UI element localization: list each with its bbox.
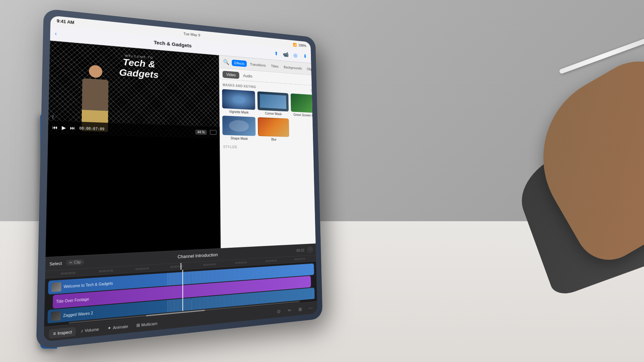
skip-back-button[interactable]: ⏮	[52, 124, 58, 130]
play-button[interactable]: ▶	[62, 125, 66, 131]
volume-tab[interactable]: ♪ Volume	[77, 324, 103, 336]
volume-label: Volume	[85, 327, 99, 333]
camera-icon[interactable]: 📹	[283, 51, 288, 58]
battery-text: 100%	[299, 43, 306, 48]
multicam-label: Multicam	[141, 321, 157, 327]
ruler-5: 00:00:05:00	[225, 260, 256, 265]
ruler-6: 00:00:06:00	[256, 259, 286, 263]
tab-titles[interactable]: Titles	[269, 63, 281, 70]
bottom-right-icons: ⊙ ✂ ⊞ ⋯	[275, 304, 314, 315]
clip-label: Clip	[74, 260, 80, 264]
person-head	[89, 65, 103, 78]
stylize-title: STYLIZE	[223, 145, 237, 149]
playhead-ruler	[181, 263, 181, 270]
ruler-4: 00:00:04:00	[193, 262, 225, 267]
green-screen-thumbnail	[291, 94, 317, 113]
frame-number: 7	[52, 115, 54, 119]
header-actions: ⬆ 📹 ◎ ⬇	[273, 50, 308, 59]
masks-count: 5 Items	[311, 89, 317, 93]
playhead-tracks	[182, 270, 183, 311]
info-button[interactable]: ⓘ	[307, 246, 313, 253]
clip-icon: ✂	[69, 260, 72, 265]
fullscreen-icon[interactable]	[210, 130, 216, 135]
animate-icon: ✦	[107, 325, 111, 331]
blur-thumbnail	[258, 117, 289, 137]
person-body	[82, 78, 108, 111]
status-right: 📶 100%	[293, 43, 306, 48]
tab-transitions[interactable]: Transitions	[248, 61, 268, 68]
green-screen-label: Green Screen Keyer	[293, 113, 318, 117]
video-title-overlay: WELCOME TO Tech & Gadgets	[119, 53, 159, 80]
stylize-section-header: STYLIZE	[223, 144, 318, 153]
skip-forward-button[interactable]: ⏭	[70, 125, 75, 131]
settings-icon[interactable]: ◎	[292, 52, 298, 58]
multicam-tab[interactable]: ⊞ Multicam	[132, 318, 161, 330]
effect-shape-mask[interactable]: Shape Mask	[222, 116, 256, 141]
main-content: WELCOME TO Tech & Gadgets	[44, 41, 318, 342]
video-content: WELCOME TO Tech & Gadgets	[48, 41, 219, 138]
timeline-duration: 00:22	[297, 248, 305, 252]
grid-icon[interactable]: ⊞	[297, 305, 304, 313]
download-icon[interactable]: ⬇	[302, 53, 308, 59]
video-tab[interactable]: Video	[222, 71, 239, 79]
animate-tab[interactable]: ✦ Animate	[104, 321, 132, 333]
shape-mask-label: Shape Mask	[230, 136, 248, 140]
track-audio-label: Zagged Waves 2	[63, 311, 93, 317]
timeline-section: Select ✂ Clip Channel Introduction 00:22…	[44, 243, 318, 342]
blur-label: Blur	[271, 138, 277, 141]
inspect-tab[interactable]: ≡ Inspect	[49, 327, 76, 339]
zoom-badge: 44 %	[195, 129, 207, 135]
select-label: Select	[49, 261, 62, 266]
inspect-label: Inspect	[58, 329, 72, 336]
effects-grid: Vignette Mask Corner Mask	[222, 89, 317, 142]
tab-effects[interactable]: Effects	[232, 59, 247, 67]
track-thumb-audio	[51, 311, 61, 321]
tab-objects[interactable]: Objects	[305, 66, 317, 73]
effect-blur[interactable]: Blur	[258, 117, 289, 142]
ipad-wrapper: 9:41 AM Tue May 9 📶 100% ‹ Tech & Gadget…	[54, 20, 345, 342]
ruler-2: 00:00:02:00	[124, 266, 160, 271]
corner-mask-thumbnail	[257, 91, 289, 111]
timecode-display: 00:00:07:09	[79, 126, 104, 131]
video-main-title: Tech & Gadgets	[119, 57, 159, 80]
track-main-label: Welcome to Tech & Gadgets	[64, 281, 113, 289]
audio-tab[interactable]: Audio	[239, 72, 256, 80]
track-overlay-label: Title Over Footage	[56, 297, 89, 304]
masks-title: MASKS AND KEYING	[223, 83, 256, 89]
ruler-3: 00:00:03:00	[160, 264, 193, 269]
ruler-7: 00:00:07:00	[285, 257, 314, 261]
volume-icon: ♪	[81, 328, 83, 334]
split-icon[interactable]: ✂	[286, 306, 293, 314]
corner-mask-label: Corner Mask	[265, 112, 282, 116]
search-button[interactable]: 🔍	[222, 58, 230, 66]
share-icon[interactable]: ⬆	[273, 50, 279, 57]
ipad-screen: 9:41 AM Tue May 9 📶 100% ‹ Tech & Gadget…	[44, 15, 318, 342]
track-thumb-main	[51, 282, 61, 292]
effect-vignette-mask[interactable]: Vignette Mask	[222, 89, 255, 115]
ruler-0: 00:00:00:00	[48, 271, 87, 276]
tab-backgrounds[interactable]: Backgrounds	[281, 64, 304, 71]
clip-badge: ✂ Clip	[66, 259, 84, 266]
multicam-icon: ⊞	[136, 322, 140, 328]
ipad-device: 9:41 AM Tue May 9 📶 100% ‹ Tech & Gadget…	[36, 8, 323, 350]
add-to-timeline-icon[interactable]: ⊙	[275, 307, 282, 315]
wifi-icon: 📶	[293, 43, 297, 47]
animate-label: Animate	[113, 324, 128, 330]
effect-corner-mask[interactable]: Corner Mask	[257, 91, 289, 116]
vignette-thumbnail	[222, 89, 255, 110]
effects-section: MASKS AND KEYING 5 Items Vignette Mask	[219, 79, 317, 248]
status-date: Tue May 9	[183, 32, 200, 37]
shape-mask-thumbnail	[222, 116, 256, 136]
more-icon[interactable]: ⋯	[307, 304, 314, 312]
status-time: 9:41 AM	[57, 18, 74, 25]
inspect-icon: ≡	[53, 330, 56, 336]
effect-green-screen[interactable]: Green Screen Keyer	[291, 94, 317, 118]
ruler-1: 00:00:01:00	[87, 268, 124, 273]
vignette-label: Vignette Mask	[229, 110, 249, 114]
video-preview: WELCOME TO Tech & Gadgets	[46, 41, 221, 257]
right-panel: 🔍 Effects Transitions Titles Backgrounds…	[219, 55, 318, 248]
top-section: WELCOME TO Tech & Gadgets	[46, 41, 316, 257]
